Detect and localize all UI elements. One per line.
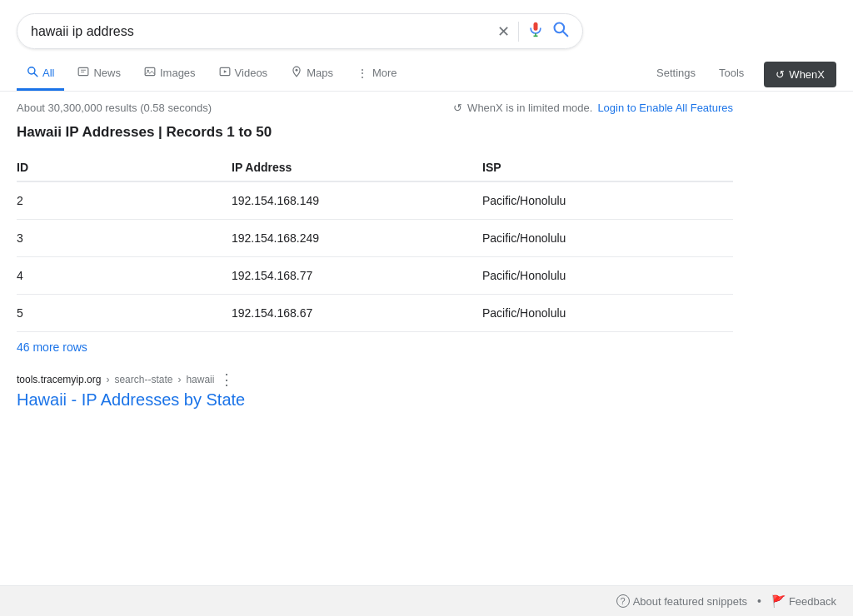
snippet-title: Hawaii IP Addresses | Records 1 to 50 — [17, 124, 733, 141]
result-title-link[interactable]: Hawaii - IP Addresses by State — [17, 390, 245, 409]
tab-news[interactable]: News — [67, 57, 131, 91]
cell-isp: Pacific/Honolulu — [482, 181, 733, 220]
whenx-info: ↺ WhenX is in limited mode. Login to Ena… — [453, 102, 733, 114]
whenx-login-link[interactable]: Login to Enable All Features — [597, 102, 733, 114]
search-input[interactable] — [31, 24, 497, 39]
result-path1: search--state — [114, 374, 172, 385]
table-row: 4192.154.168.77Pacific/Honolulu — [17, 257, 733, 295]
images-tab-icon — [144, 66, 156, 80]
col-header-id: ID — [17, 154, 232, 181]
cell-isp: Pacific/Honolulu — [482, 295, 733, 332]
whenx-mode-text: WhenX is in limited mode. — [467, 102, 592, 114]
breadcrumb-sep-1: › — [106, 374, 109, 385]
cell-ip: 192.154.168.67 — [232, 295, 482, 332]
whenx-info-icon: ↺ — [453, 102, 462, 114]
more-tab-icon: ⋮ — [357, 67, 368, 80]
cell-ip: 192.154.168.77 — [232, 257, 482, 295]
result-domain: tools.tracemyip.org — [17, 374, 101, 385]
tab-all[interactable]: All — [17, 57, 64, 91]
divider — [518, 22, 519, 42]
search-tab-icon — [27, 66, 38, 80]
whenx-button[interactable]: ↺ WhenX — [764, 62, 836, 87]
cell-id: 5 — [17, 295, 232, 332]
search-icons: ✕ — [497, 21, 569, 42]
tab-videos[interactable]: Videos — [209, 57, 278, 91]
search-box: ✕ — [17, 13, 583, 49]
tab-more[interactable]: ⋮ More — [347, 58, 407, 91]
videos-tab-icon — [219, 66, 231, 80]
table-row: 2192.154.168.149Pacific/Honolulu — [17, 181, 733, 220]
results-area: About 30,300,000 results (0.58 seconds) … — [0, 92, 750, 410]
col-header-ip: IP Address — [232, 154, 482, 181]
cell-ip: 192.154.168.249 — [232, 220, 482, 257]
table-row: 5192.154.168.67Pacific/Honolulu — [17, 295, 733, 332]
svg-point-14 — [296, 69, 298, 72]
result-more-icon[interactable]: ⋮ — [219, 370, 234, 389]
cell-isp: Pacific/Honolulu — [482, 257, 733, 295]
nav-tabs: All News Images Videos Maps ⋮ More Setti… — [0, 57, 853, 92]
more-rows-link[interactable]: 46 more rows — [17, 340, 733, 354]
svg-rect-7 — [79, 67, 89, 75]
svg-marker-13 — [223, 70, 227, 73]
cell-ip: 192.154.168.149 — [232, 181, 482, 220]
cell-id: 4 — [17, 257, 232, 295]
result-path2: hawaii — [186, 374, 214, 385]
search-submit-icon[interactable] — [552, 21, 569, 42]
table-row: 3192.154.168.249Pacific/Honolulu — [17, 220, 733, 257]
tab-settings[interactable]: Settings — [646, 58, 706, 90]
tab-maps[interactable]: Maps — [281, 57, 343, 91]
svg-line-4 — [563, 32, 568, 37]
result-url: tools.tracemyip.org › search--state › ha… — [17, 370, 733, 389]
tab-tools[interactable]: Tools — [709, 58, 754, 90]
tab-images[interactable]: Images — [134, 57, 206, 91]
cell-id: 3 — [17, 220, 232, 257]
results-stats-text: About 30,300,000 results (0.58 seconds) — [17, 102, 212, 114]
breadcrumb-sep-2: › — [177, 374, 181, 385]
mic-icon[interactable] — [527, 21, 544, 42]
whenx-btn-icon: ↺ — [776, 68, 785, 81]
ip-data-table: ID IP Address ISP 2192.154.168.149Pacifi… — [17, 154, 733, 332]
clear-icon[interactable]: ✕ — [497, 22, 510, 41]
svg-rect-0 — [534, 22, 538, 31]
col-header-isp: ISP — [482, 154, 733, 181]
maps-tab-icon — [291, 66, 302, 80]
svg-rect-10 — [145, 67, 155, 75]
svg-line-6 — [34, 73, 37, 77]
results-stats-row: About 30,300,000 results (0.58 seconds) … — [17, 102, 733, 114]
cell-isp: Pacific/Honolulu — [482, 220, 733, 257]
search-bar-area: ✕ — [0, 0, 853, 49]
news-tab-icon — [77, 66, 89, 80]
cell-id: 2 — [17, 181, 232, 220]
